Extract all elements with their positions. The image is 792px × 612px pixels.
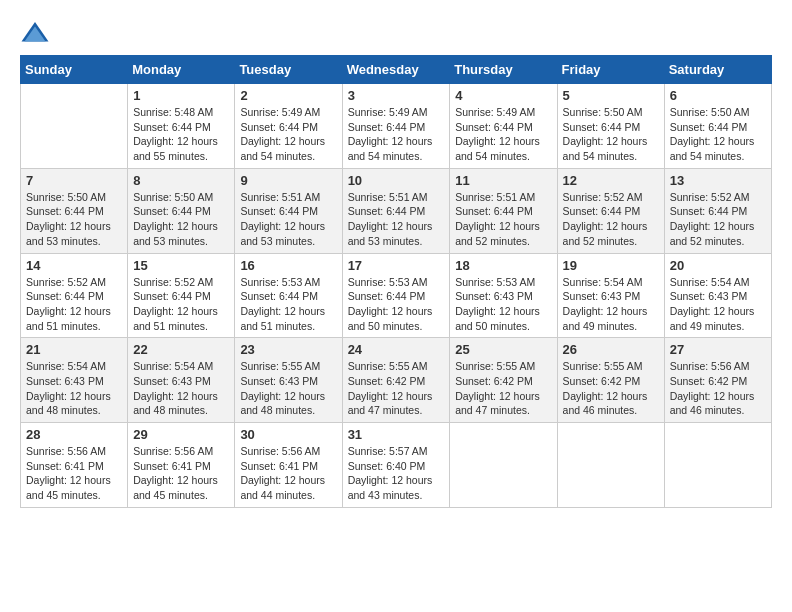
day-detail: Sunrise: 5:50 AMSunset: 6:44 PMDaylight:… (26, 190, 122, 249)
day-detail: Sunrise: 5:50 AMSunset: 6:44 PMDaylight:… (563, 105, 659, 164)
calendar-table: SundayMondayTuesdayWednesdayThursdayFrid… (20, 55, 772, 508)
day-detail: Sunrise: 5:55 AMSunset: 6:43 PMDaylight:… (240, 359, 336, 418)
day-cell: 16Sunrise: 5:53 AMSunset: 6:44 PMDayligh… (235, 253, 342, 338)
day-cell: 10Sunrise: 5:51 AMSunset: 6:44 PMDayligh… (342, 168, 450, 253)
logo (20, 20, 54, 45)
day-cell: 4Sunrise: 5:49 AMSunset: 6:44 PMDaylight… (450, 84, 557, 169)
day-number: 22 (133, 342, 229, 357)
day-number: 28 (26, 427, 122, 442)
day-detail: Sunrise: 5:55 AMSunset: 6:42 PMDaylight:… (455, 359, 551, 418)
day-cell (557, 423, 664, 508)
day-detail: Sunrise: 5:48 AMSunset: 6:44 PMDaylight:… (133, 105, 229, 164)
day-cell: 8Sunrise: 5:50 AMSunset: 6:44 PMDaylight… (128, 168, 235, 253)
day-cell: 3Sunrise: 5:49 AMSunset: 6:44 PMDaylight… (342, 84, 450, 169)
day-detail: Sunrise: 5:54 AMSunset: 6:43 PMDaylight:… (670, 275, 766, 334)
day-detail: Sunrise: 5:51 AMSunset: 6:44 PMDaylight:… (455, 190, 551, 249)
day-cell: 22Sunrise: 5:54 AMSunset: 6:43 PMDayligh… (128, 338, 235, 423)
day-number: 16 (240, 258, 336, 273)
day-number: 26 (563, 342, 659, 357)
header-saturday: Saturday (664, 56, 771, 84)
day-cell: 28Sunrise: 5:56 AMSunset: 6:41 PMDayligh… (21, 423, 128, 508)
day-detail: Sunrise: 5:55 AMSunset: 6:42 PMDaylight:… (563, 359, 659, 418)
day-number: 13 (670, 173, 766, 188)
day-cell: 7Sunrise: 5:50 AMSunset: 6:44 PMDaylight… (21, 168, 128, 253)
header-thursday: Thursday (450, 56, 557, 84)
header-row: SundayMondayTuesdayWednesdayThursdayFrid… (21, 56, 772, 84)
day-detail: Sunrise: 5:52 AMSunset: 6:44 PMDaylight:… (26, 275, 122, 334)
day-number: 23 (240, 342, 336, 357)
day-number: 17 (348, 258, 445, 273)
header-wednesday: Wednesday (342, 56, 450, 84)
day-number: 7 (26, 173, 122, 188)
day-detail: Sunrise: 5:49 AMSunset: 6:44 PMDaylight:… (240, 105, 336, 164)
day-cell: 15Sunrise: 5:52 AMSunset: 6:44 PMDayligh… (128, 253, 235, 338)
day-number: 4 (455, 88, 551, 103)
day-cell: 6Sunrise: 5:50 AMSunset: 6:44 PMDaylight… (664, 84, 771, 169)
day-cell: 2Sunrise: 5:49 AMSunset: 6:44 PMDaylight… (235, 84, 342, 169)
day-detail: Sunrise: 5:52 AMSunset: 6:44 PMDaylight:… (133, 275, 229, 334)
day-cell: 12Sunrise: 5:52 AMSunset: 6:44 PMDayligh… (557, 168, 664, 253)
day-detail: Sunrise: 5:53 AMSunset: 6:44 PMDaylight:… (240, 275, 336, 334)
day-number: 6 (670, 88, 766, 103)
day-number: 1 (133, 88, 229, 103)
page-header (20, 20, 772, 45)
day-detail: Sunrise: 5:56 AMSunset: 6:42 PMDaylight:… (670, 359, 766, 418)
day-detail: Sunrise: 5:56 AMSunset: 6:41 PMDaylight:… (133, 444, 229, 503)
day-number: 11 (455, 173, 551, 188)
day-cell: 17Sunrise: 5:53 AMSunset: 6:44 PMDayligh… (342, 253, 450, 338)
day-cell: 31Sunrise: 5:57 AMSunset: 6:40 PMDayligh… (342, 423, 450, 508)
week-row-3: 14Sunrise: 5:52 AMSunset: 6:44 PMDayligh… (21, 253, 772, 338)
day-detail: Sunrise: 5:56 AMSunset: 6:41 PMDaylight:… (240, 444, 336, 503)
day-number: 31 (348, 427, 445, 442)
day-cell: 29Sunrise: 5:56 AMSunset: 6:41 PMDayligh… (128, 423, 235, 508)
day-cell (450, 423, 557, 508)
day-number: 24 (348, 342, 445, 357)
day-number: 29 (133, 427, 229, 442)
day-cell: 20Sunrise: 5:54 AMSunset: 6:43 PMDayligh… (664, 253, 771, 338)
day-cell: 21Sunrise: 5:54 AMSunset: 6:43 PMDayligh… (21, 338, 128, 423)
day-number: 5 (563, 88, 659, 103)
day-cell: 26Sunrise: 5:55 AMSunset: 6:42 PMDayligh… (557, 338, 664, 423)
week-row-4: 21Sunrise: 5:54 AMSunset: 6:43 PMDayligh… (21, 338, 772, 423)
day-detail: Sunrise: 5:54 AMSunset: 6:43 PMDaylight:… (133, 359, 229, 418)
day-number: 19 (563, 258, 659, 273)
day-detail: Sunrise: 5:50 AMSunset: 6:44 PMDaylight:… (133, 190, 229, 249)
header-friday: Friday (557, 56, 664, 84)
day-detail: Sunrise: 5:50 AMSunset: 6:44 PMDaylight:… (670, 105, 766, 164)
day-number: 9 (240, 173, 336, 188)
day-cell: 1Sunrise: 5:48 AMSunset: 6:44 PMDaylight… (128, 84, 235, 169)
day-number: 21 (26, 342, 122, 357)
header-monday: Monday (128, 56, 235, 84)
day-number: 25 (455, 342, 551, 357)
day-detail: Sunrise: 5:52 AMSunset: 6:44 PMDaylight:… (563, 190, 659, 249)
day-number: 30 (240, 427, 336, 442)
day-number: 10 (348, 173, 445, 188)
day-number: 2 (240, 88, 336, 103)
day-cell: 5Sunrise: 5:50 AMSunset: 6:44 PMDaylight… (557, 84, 664, 169)
day-number: 18 (455, 258, 551, 273)
day-number: 8 (133, 173, 229, 188)
header-sunday: Sunday (21, 56, 128, 84)
day-cell: 14Sunrise: 5:52 AMSunset: 6:44 PMDayligh… (21, 253, 128, 338)
day-detail: Sunrise: 5:54 AMSunset: 6:43 PMDaylight:… (26, 359, 122, 418)
day-cell (21, 84, 128, 169)
week-row-2: 7Sunrise: 5:50 AMSunset: 6:44 PMDaylight… (21, 168, 772, 253)
day-detail: Sunrise: 5:49 AMSunset: 6:44 PMDaylight:… (348, 105, 445, 164)
header-tuesday: Tuesday (235, 56, 342, 84)
day-cell: 24Sunrise: 5:55 AMSunset: 6:42 PMDayligh… (342, 338, 450, 423)
day-cell: 9Sunrise: 5:51 AMSunset: 6:44 PMDaylight… (235, 168, 342, 253)
day-number: 15 (133, 258, 229, 273)
day-detail: Sunrise: 5:56 AMSunset: 6:41 PMDaylight:… (26, 444, 122, 503)
day-detail: Sunrise: 5:49 AMSunset: 6:44 PMDaylight:… (455, 105, 551, 164)
day-detail: Sunrise: 5:53 AMSunset: 6:44 PMDaylight:… (348, 275, 445, 334)
day-detail: Sunrise: 5:52 AMSunset: 6:44 PMDaylight:… (670, 190, 766, 249)
day-number: 27 (670, 342, 766, 357)
week-row-1: 1Sunrise: 5:48 AMSunset: 6:44 PMDaylight… (21, 84, 772, 169)
day-number: 20 (670, 258, 766, 273)
day-cell: 23Sunrise: 5:55 AMSunset: 6:43 PMDayligh… (235, 338, 342, 423)
day-detail: Sunrise: 5:53 AMSunset: 6:43 PMDaylight:… (455, 275, 551, 334)
day-detail: Sunrise: 5:51 AMSunset: 6:44 PMDaylight:… (348, 190, 445, 249)
day-cell (664, 423, 771, 508)
day-cell: 11Sunrise: 5:51 AMSunset: 6:44 PMDayligh… (450, 168, 557, 253)
day-cell: 30Sunrise: 5:56 AMSunset: 6:41 PMDayligh… (235, 423, 342, 508)
